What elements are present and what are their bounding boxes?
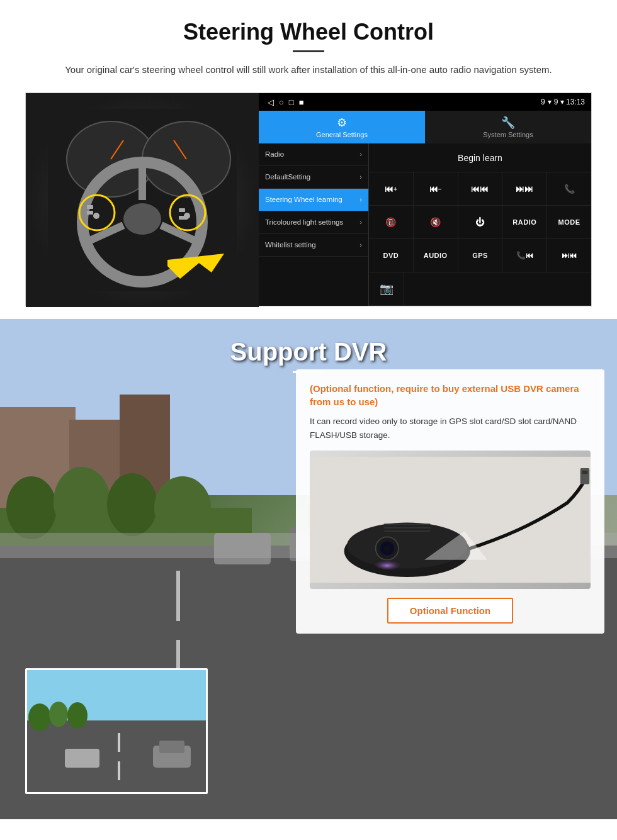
- preview-scene-svg: [27, 670, 208, 794]
- vol-down-btn[interactable]: ⏮−: [414, 172, 458, 205]
- dvr-title: Support DVR: [0, 338, 617, 366]
- next-prev-btn[interactable]: ⏭⏮: [547, 239, 591, 272]
- menu-whitelist-chevron: ›: [359, 241, 362, 249]
- svg-rect-29: [176, 571, 180, 621]
- svg-point-42: [67, 702, 88, 729]
- menu-item-default[interactable]: DefaultSetting ›: [259, 166, 368, 189]
- svg-point-27: [154, 476, 211, 539]
- begin-learn-row: Begin learn: [369, 143, 591, 172]
- dvr-section: Support DVR (Optional function, require …: [0, 319, 617, 819]
- menu-steering-chevron: ›: [359, 196, 362, 203]
- control-row-2: 📵 🔇 ⏻ RADIO MODE: [369, 206, 591, 239]
- menu-icon: ■: [299, 98, 304, 107]
- svg-rect-38: [118, 733, 120, 752]
- svg-rect-57: [582, 471, 587, 474]
- dvr-preview-small: [25, 668, 208, 794]
- android-panel: ◁ ○ □ ■ 9 ▾ 9 ▾ 13:13 ⚙ General Settings: [259, 93, 591, 306]
- begin-learn-button[interactable]: Begin learn: [458, 153, 502, 163]
- tab-system-settings[interactable]: 🔧 System Settings: [425, 111, 591, 143]
- steering-ui-area: ◁ ○ □ ■ 9 ▾ 9 ▾ 13:13 ⚙ General Settings: [25, 92, 592, 306]
- steering-wheel-image: [26, 93, 259, 307]
- dvr-info-card: (Optional function, require to buy exter…: [296, 369, 604, 634]
- vol-up-btn[interactable]: ⏮+: [369, 172, 414, 205]
- menu-default-label: DefaultSetting: [265, 172, 310, 182]
- mode-btn[interactable]: MODE: [547, 206, 591, 238]
- recent-icon: □: [289, 98, 294, 107]
- svg-rect-17: [179, 216, 188, 220]
- dvr-camera-svg: [310, 451, 591, 589]
- prev-track-btn[interactable]: ⏮⏮: [458, 172, 503, 205]
- tab-general-settings[interactable]: ⚙ General Settings: [259, 111, 425, 143]
- menu-radio-chevron: ›: [359, 150, 362, 158]
- back-icon: ◁: [268, 98, 274, 107]
- radio-btn[interactable]: RADIO: [502, 206, 547, 238]
- tab-system-label: System Settings: [483, 131, 533, 138]
- svg-point-26: [107, 473, 157, 536]
- svg-point-40: [28, 703, 51, 731]
- svg-rect-44: [159, 741, 184, 753]
- home-icon: ○: [279, 98, 284, 107]
- svg-point-24: [6, 476, 57, 539]
- next-track-btn[interactable]: ⏭⏭: [502, 172, 547, 205]
- control-row-1: ⏮+ ⏮− ⏮⏮ ⏭⏭ 📞: [369, 172, 591, 206]
- system-settings-icon: 🔧: [501, 116, 515, 130]
- steering-title: Steering Wheel Control: [25, 19, 592, 45]
- android-body: Radio › DefaultSetting › Steering Wheel …: [259, 143, 591, 306]
- signal-icon: 9: [541, 98, 545, 106]
- gps-btn[interactable]: GPS: [458, 239, 503, 272]
- menu-item-radio[interactable]: Radio ›: [259, 143, 368, 166]
- svg-rect-39: [118, 761, 120, 780]
- svg-rect-15: [179, 208, 185, 212]
- optional-function-button[interactable]: Optional Function: [387, 598, 513, 624]
- steering-section: Steering Wheel Control Your original car…: [0, 0, 617, 319]
- steering-subtitle: Your original car's steering wheel contr…: [38, 62, 579, 77]
- mute-btn[interactable]: 🔇: [414, 206, 458, 238]
- wifi-icon: ▾: [548, 98, 552, 106]
- menu-item-tricoloured[interactable]: Tricoloured light settings ›: [259, 211, 368, 234]
- control-row-3: DVD AUDIO GPS 📞⏮ ⏭⏮: [369, 239, 591, 272]
- phone-btn[interactable]: 📞: [547, 172, 591, 205]
- statusbar-left-icons: ◁ ○ □ ■: [265, 98, 304, 107]
- title-divider: [293, 50, 324, 52]
- menu-whitelist-label: Whitelist setting: [265, 240, 316, 250]
- android-tabs[interactable]: ⚙ General Settings 🔧 System Settings: [259, 111, 591, 143]
- svg-point-25: [54, 467, 110, 536]
- svg-point-41: [49, 702, 68, 727]
- hangup-btn[interactable]: 📵: [369, 206, 414, 238]
- svg-rect-13: [87, 211, 93, 215]
- menu-tricoloured-label: Tricoloured light settings: [265, 218, 343, 227]
- menu-default-chevron: ›: [359, 173, 362, 181]
- menu-tricoloured-chevron: ›: [359, 218, 362, 226]
- camera-btn[interactable]: 📷: [369, 272, 404, 305]
- power-btn[interactable]: ⏻: [458, 206, 503, 238]
- menu-radio-label: Radio: [265, 150, 284, 159]
- android-menu: Radio › DefaultSetting › Steering Wheel …: [259, 143, 369, 306]
- svg-rect-12: [87, 205, 93, 209]
- dvr-description: It can record video only to storage in G…: [310, 415, 591, 442]
- menu-steering-label: Steering Wheel learning: [265, 195, 342, 204]
- menu-item-steering-learning[interactable]: Steering Wheel learning ›: [259, 189, 368, 211]
- tab-general-label: General Settings: [316, 131, 368, 138]
- android-statusbar: ◁ ○ □ ■ 9 ▾ 9 ▾ 13:13: [259, 93, 591, 111]
- menu-item-whitelist[interactable]: Whitelist setting ›: [259, 234, 368, 257]
- svg-rect-45: [65, 749, 99, 768]
- steering-wheel-svg: [48, 109, 237, 291]
- statusbar-right: 9 ▾ 9 ▾ 13:13: [541, 98, 585, 106]
- dvr-camera-image: [310, 451, 591, 589]
- general-settings-icon: ⚙: [337, 116, 347, 130]
- dvd-btn[interactable]: DVD: [369, 239, 414, 272]
- android-controls: Begin learn ⏮+ ⏮− ⏮⏮ ⏭⏭ 📞 📵 🔇 ⏻: [369, 143, 591, 306]
- phone-prev-btn[interactable]: 📞⏮: [502, 239, 547, 272]
- dvr-optional-text: (Optional function, require to buy exter…: [310, 382, 591, 408]
- svg-point-55: [367, 547, 424, 570]
- svg-point-14: [93, 213, 99, 219]
- audio-btn[interactable]: AUDIO: [414, 239, 458, 272]
- control-row-4: 📷: [369, 272, 591, 306]
- svg-point-9: [123, 203, 161, 235]
- time-display: 9 ▾ 13:13: [554, 98, 585, 106]
- steering-img-bg: [26, 93, 259, 307]
